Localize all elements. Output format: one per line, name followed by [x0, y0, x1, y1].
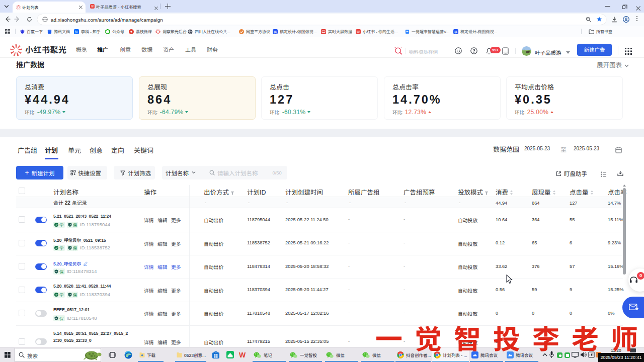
svg-text:知: 知 [75, 29, 78, 34]
svg-text:稿: 稿 [454, 29, 457, 34]
svg-text:W: W [239, 351, 246, 358]
svg-text:稿: 稿 [274, 29, 277, 34]
